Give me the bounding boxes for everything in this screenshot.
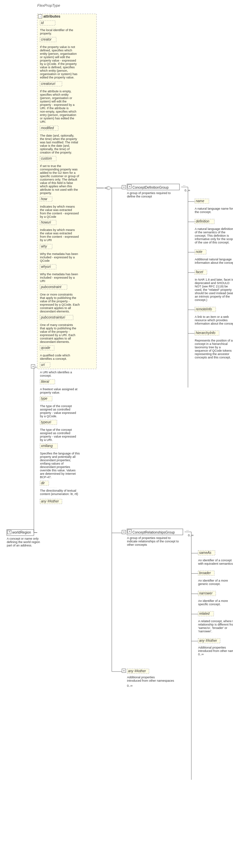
svg-text:system) will edit the: system) will edit the: [40, 100, 67, 103]
svg-text:One or more constraints: One or more constraints: [40, 293, 73, 296]
svg-text:assigned as controlled: assigned as controlled: [40, 431, 70, 435]
svg-text:descendant elements.: descendant elements.: [40, 340, 70, 344]
svg-text:specific concept.: specific concept.: [198, 603, 221, 606]
attr-type-name: type: [41, 397, 47, 400]
elem-remoteinfo-name: remoteInfo: [196, 307, 212, 311]
expand-icon[interactable]: -: [40, 15, 41, 18]
svg-text:A natural language definition: A natural language definition: [195, 227, 233, 231]
attr-how-name: how: [41, 197, 47, 201]
svg-text:concept.: concept.: [40, 374, 51, 377]
svg-text:concept. This definition is: concept. This definition is: [195, 234, 229, 237]
svg-text:URI. If the attribute is: URI. If the attribute is: [40, 107, 69, 110]
svg-text:or system) will edit the: or system) will edit the: [40, 55, 70, 59]
attr-literal-name: literal: [41, 380, 49, 383]
attr-xmllang-name: xmllang: [41, 444, 53, 448]
concept-def-expand[interactable]: +: [129, 185, 130, 188]
svg-text:introduced from other namespac: introduced from other namespaces: [198, 649, 233, 653]
type-title: FlexPropType: [37, 3, 230, 7]
svg-text:descendant elements.: descendant elements.: [40, 310, 70, 313]
svg-text:specifies which entity: specifies which entity: [40, 93, 69, 96]
svg-text:Why the metadata has been: Why the metadata has been: [40, 252, 78, 256]
svg-text:information about the concept.: information about the concept.: [195, 322, 233, 325]
svg-text:property.: property.: [40, 32, 52, 35]
attr-custom-name: custom: [41, 157, 52, 160]
attributes-label: attributes: [43, 14, 60, 18]
svg-text:A freetext value assigned at: A freetext value assigned at: [40, 388, 78, 391]
main-diagram: - attributes id ............ The local i…: [3, 9, 233, 868]
svg-text:from the content - expressed: from the content - expressed: [40, 235, 79, 238]
svg-text:by a URI: by a URI: [40, 238, 52, 242]
svg-text:included - expressed by a: included - expressed by a: [40, 256, 75, 259]
svg-text:customers only. The default: customers only. The default: [40, 178, 77, 181]
elem-hierarchyinfo-name: hierarchyInfo: [196, 331, 215, 335]
svg-text:specific customer or group of: specific customer or group of: [40, 174, 79, 178]
svg-text:the concept.: the concept.: [195, 210, 211, 214]
svg-text:property value - expressed: property value - expressed: [40, 59, 76, 62]
world-region-expand[interactable]: +: [8, 530, 10, 534]
svg-text:If the property value is not: If the property value is not: [40, 45, 75, 49]
svg-text:property value.: property value.: [40, 391, 60, 394]
svg-text:0..∞: 0..∞: [127, 684, 132, 687]
svg-text:representing the ancestor: representing the ancestor: [195, 352, 229, 356]
svg-text:............: ............: [195, 275, 212, 278]
svg-text:The directionality of textual: The directionality of textual: [40, 489, 76, 492]
svg-text:non-empty, specifies which: non-empty, specifies which: [40, 110, 76, 113]
svg-text:used, the "related" property: used, the "related" property: [195, 288, 232, 291]
svg-text:constraint applies to all: constraint applies to all: [40, 306, 71, 310]
svg-text:value is defined, specifies: value is defined, specifies: [40, 66, 75, 69]
svg-text:............: ............: [198, 596, 215, 599]
attr-creatoruri-name: creatoruri: [41, 82, 56, 86]
svg-text:concept in a hierarchical: concept in a hierarchical: [195, 342, 228, 346]
svg-text:that apply to publishing the: that apply to publishing the: [40, 296, 76, 300]
svg-text:............: ............: [40, 401, 57, 404]
svg-text:indicate relationships of the : indicate relationships of the concept to: [127, 540, 179, 543]
concept-rel-expand[interactable]: +: [129, 530, 130, 533]
main-expand-icon[interactable]: +: [32, 365, 34, 368]
svg-text:by a QCode. If the property: by a QCode. If the property: [40, 62, 77, 66]
svg-text:of the use of this concept.: of the use of this concept.: [195, 241, 230, 244]
svg-text:A related concept, where the: A related concept, where the: [198, 619, 233, 623]
svg-text:Additional properties: Additional properties: [127, 676, 155, 679]
svg-text:............: ............: [195, 312, 212, 315]
svg-text:other concepts: other concepts: [127, 543, 147, 546]
svg-text:informative only for the scope: informative only for the scope: [195, 237, 233, 241]
svg-text:deprecated and SHOULD: deprecated and SHOULD: [195, 281, 230, 285]
svg-text:In NAR 1.8 and later, facet is: In NAR 1.8 and later, facet is: [195, 278, 233, 281]
svg-text:by a URI.: by a URI.: [40, 438, 53, 442]
svg-text:+[interactable]: +: [123, 531, 125, 534]
svg-text:One of many constraints: One of many constraints: [40, 323, 73, 327]
svg-text:which applies when this: which applies when this: [40, 185, 72, 188]
svg-text:override this value. Values: override this value. Values: [40, 469, 76, 472]
world-region-name: worldRegion: [12, 531, 31, 534]
svg-text:If set to true the: If set to true the: [40, 164, 61, 168]
attr-howuri-name: howuri: [41, 220, 51, 224]
svg-text:xmllang values of: xmllang values of: [40, 462, 64, 465]
svg-text:............: ............: [40, 42, 57, 45]
concept-definition-group-label: ConceptDefinitionGroup: [132, 186, 169, 189]
svg-text:Additional properties: Additional properties: [198, 646, 226, 649]
svg-text:............: ............: [40, 225, 57, 228]
svg-text:expressed by a QCode. Each: expressed by a QCode. Each: [40, 303, 80, 306]
svg-text:content (enumeration: ltr, rtl: content (enumeration: ltr, rtl): [40, 492, 78, 496]
svg-text:value is the date (and,: value is the date (and,: [40, 144, 70, 147]
svg-text:...: ...: [186, 528, 189, 531]
svg-text:corresponding property was: corresponding property was: [40, 168, 78, 171]
svg-text:edited the property value.: edited the property value.: [40, 76, 75, 79]
svg-text:............: ............: [40, 486, 57, 489]
svg-text:entry (person, organisation: entry (person, organisation: [40, 113, 76, 117]
attr-typeuri-name: typeuri: [41, 420, 51, 424]
svg-text:............: ............: [40, 86, 57, 89]
svg-text:concept.): concept.): [195, 298, 207, 302]
svg-text:+[interactable]: +: [123, 186, 125, 189]
svg-text:attribute is not used with the: attribute is not used with the: [40, 188, 78, 191]
svg-text:A group of properties required: A group of properties required to: [127, 536, 171, 540]
svg-text:property.: property.: [40, 191, 52, 195]
svg-text:An identifier of a more: An identifier of a more: [198, 579, 228, 582]
svg-text:0..∞: 0..∞: [198, 653, 204, 656]
svg-text:+[interactable]: +: [123, 669, 125, 673]
svg-text:identifies a concept.: identifies a concept.: [40, 357, 67, 360]
svg-text:an intrinsic property of the: an intrinsic property of the: [195, 295, 230, 298]
svg-text:property - value expressed: property - value expressed: [40, 411, 76, 415]
svg-text:expressed by a URI. Each: expressed by a URI. Each: [40, 333, 76, 337]
svg-text:by a QCode.: by a QCode.: [40, 415, 57, 418]
